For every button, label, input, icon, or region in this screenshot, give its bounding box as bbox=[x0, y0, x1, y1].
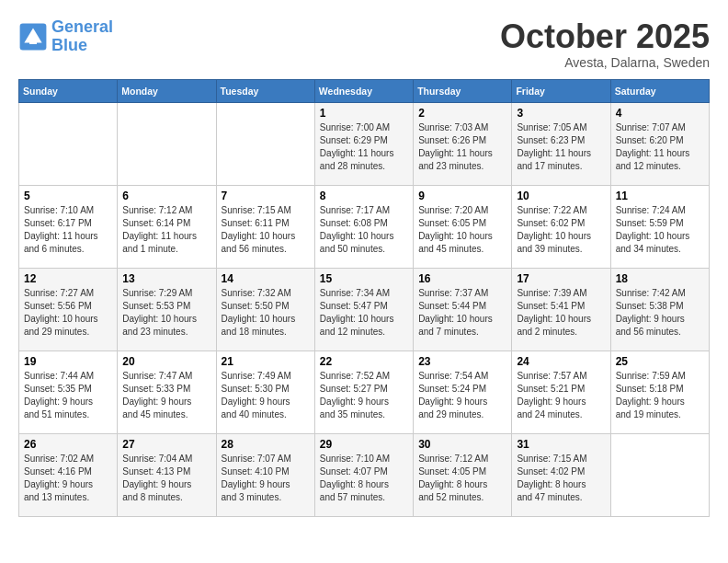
calendar-cell bbox=[19, 102, 118, 185]
header: General Blue October 2025 Avesta, Dalarn… bbox=[18, 18, 710, 70]
day-info: Sunrise: 7:32 AM Sunset: 5:50 PM Dayligh… bbox=[222, 287, 310, 339]
day-number: 28 bbox=[222, 438, 310, 451]
logo-line2: Blue bbox=[51, 36, 87, 54]
logo-text: General Blue bbox=[51, 18, 113, 55]
calendar-cell bbox=[216, 102, 314, 185]
day-number: 4 bbox=[616, 107, 704, 120]
calendar-cell: 23Sunrise: 7:54 AM Sunset: 5:24 PM Dayli… bbox=[414, 350, 512, 433]
day-number: 10 bbox=[517, 190, 605, 202]
location: Avesta, Dalarna, Sweden bbox=[500, 55, 710, 70]
day-number: 7 bbox=[222, 190, 310, 202]
day-number: 18 bbox=[616, 272, 704, 285]
logo-icon bbox=[18, 22, 48, 52]
day-info: Sunrise: 7:03 AM Sunset: 6:26 PM Dayligh… bbox=[418, 121, 506, 173]
week-row-1: 5Sunrise: 7:10 AM Sunset: 6:17 PM Daylig… bbox=[19, 185, 710, 268]
day-info: Sunrise: 7:37 AM Sunset: 5:44 PM Dayligh… bbox=[418, 287, 506, 339]
calendar-cell: 21Sunrise: 7:49 AM Sunset: 5:30 PM Dayli… bbox=[216, 350, 314, 433]
month-title: October 2025 bbox=[500, 18, 710, 55]
day-number: 14 bbox=[222, 272, 310, 285]
day-info: Sunrise: 7:52 AM Sunset: 5:27 PM Dayligh… bbox=[320, 370, 408, 421]
week-row-3: 19Sunrise: 7:44 AM Sunset: 5:35 PM Dayli… bbox=[19, 350, 710, 433]
calendar-cell: 5Sunrise: 7:10 AM Sunset: 6:17 PM Daylig… bbox=[19, 185, 118, 268]
day-number: 8 bbox=[320, 190, 408, 202]
day-number: 9 bbox=[418, 190, 506, 202]
day-header-tuesday: Tuesday bbox=[216, 79, 314, 102]
day-info: Sunrise: 7:12 AM Sunset: 6:14 PM Dayligh… bbox=[122, 204, 210, 256]
day-info: Sunrise: 7:54 AM Sunset: 5:24 PM Dayligh… bbox=[418, 370, 506, 421]
day-header-wednesday: Wednesday bbox=[314, 79, 413, 102]
day-info: Sunrise: 7:22 AM Sunset: 6:02 PM Dayligh… bbox=[517, 204, 605, 256]
day-number: 16 bbox=[418, 272, 506, 285]
calendar-cell: 30Sunrise: 7:12 AM Sunset: 4:05 PM Dayli… bbox=[414, 433, 512, 516]
calendar-cell: 18Sunrise: 7:42 AM Sunset: 5:38 PM Dayli… bbox=[610, 268, 709, 350]
calendar-cell: 6Sunrise: 7:12 AM Sunset: 6:14 PM Daylig… bbox=[118, 185, 216, 268]
calendar-cell bbox=[118, 102, 216, 185]
calendar-cell: 8Sunrise: 7:17 AM Sunset: 6:08 PM Daylig… bbox=[314, 185, 413, 268]
day-number: 6 bbox=[122, 190, 210, 202]
day-info: Sunrise: 7:20 AM Sunset: 6:05 PM Dayligh… bbox=[418, 204, 506, 256]
calendar-cell: 22Sunrise: 7:52 AM Sunset: 5:27 PM Dayli… bbox=[314, 350, 413, 433]
day-number: 27 bbox=[122, 438, 210, 451]
calendar-cell: 17Sunrise: 7:39 AM Sunset: 5:41 PM Dayli… bbox=[512, 268, 610, 350]
day-info: Sunrise: 7:04 AM Sunset: 4:13 PM Dayligh… bbox=[122, 453, 210, 504]
week-row-0: 1Sunrise: 7:00 AM Sunset: 6:29 PM Daylig… bbox=[19, 102, 710, 185]
day-number: 11 bbox=[616, 190, 704, 202]
calendar-cell: 7Sunrise: 7:15 AM Sunset: 6:11 PM Daylig… bbox=[216, 185, 314, 268]
calendar-cell: 3Sunrise: 7:05 AM Sunset: 6:23 PM Daylig… bbox=[512, 102, 610, 185]
calendar-cell: 15Sunrise: 7:34 AM Sunset: 5:47 PM Dayli… bbox=[314, 268, 413, 350]
day-info: Sunrise: 7:17 AM Sunset: 6:08 PM Dayligh… bbox=[320, 204, 408, 256]
calendar-cell: 28Sunrise: 7:07 AM Sunset: 4:10 PM Dayli… bbox=[216, 433, 314, 516]
day-info: Sunrise: 7:27 AM Sunset: 5:56 PM Dayligh… bbox=[24, 287, 112, 339]
day-info: Sunrise: 7:42 AM Sunset: 5:38 PM Dayligh… bbox=[616, 287, 704, 339]
day-number: 19 bbox=[24, 355, 112, 368]
day-number: 13 bbox=[122, 272, 210, 285]
calendar-cell: 4Sunrise: 7:07 AM Sunset: 6:20 PM Daylig… bbox=[610, 102, 709, 185]
calendar-table: SundayMondayTuesdayWednesdayThursdayFrid… bbox=[18, 79, 710, 517]
day-info: Sunrise: 7:29 AM Sunset: 5:53 PM Dayligh… bbox=[122, 287, 210, 339]
day-number: 20 bbox=[122, 355, 210, 368]
day-number: 15 bbox=[320, 272, 408, 285]
day-info: Sunrise: 7:10 AM Sunset: 6:17 PM Dayligh… bbox=[24, 204, 112, 256]
day-info: Sunrise: 7:07 AM Sunset: 4:10 PM Dayligh… bbox=[222, 453, 310, 504]
logo: General Blue bbox=[18, 18, 113, 55]
day-number: 23 bbox=[418, 355, 506, 368]
day-number: 25 bbox=[616, 355, 704, 368]
calendar-cell: 14Sunrise: 7:32 AM Sunset: 5:50 PM Dayli… bbox=[216, 268, 314, 350]
day-number: 1 bbox=[320, 107, 408, 120]
day-header-monday: Monday bbox=[118, 79, 216, 102]
day-number: 21 bbox=[222, 355, 310, 368]
day-info: Sunrise: 7:39 AM Sunset: 5:41 PM Dayligh… bbox=[517, 287, 605, 339]
week-row-4: 26Sunrise: 7:02 AM Sunset: 4:16 PM Dayli… bbox=[19, 433, 710, 516]
day-header-thursday: Thursday bbox=[414, 79, 512, 102]
header-row: SundayMondayTuesdayWednesdayThursdayFrid… bbox=[19, 79, 710, 102]
day-info: Sunrise: 7:12 AM Sunset: 4:05 PM Dayligh… bbox=[418, 453, 506, 504]
day-number: 29 bbox=[320, 438, 408, 451]
day-number: 12 bbox=[24, 272, 112, 285]
calendar-cell: 12Sunrise: 7:27 AM Sunset: 5:56 PM Dayli… bbox=[19, 268, 118, 350]
calendar-cell: 24Sunrise: 7:57 AM Sunset: 5:21 PM Dayli… bbox=[512, 350, 610, 433]
day-info: Sunrise: 7:47 AM Sunset: 5:33 PM Dayligh… bbox=[122, 370, 210, 421]
day-number: 5 bbox=[24, 190, 112, 202]
calendar-cell: 11Sunrise: 7:24 AM Sunset: 5:59 PM Dayli… bbox=[610, 185, 709, 268]
calendar-cell: 26Sunrise: 7:02 AM Sunset: 4:16 PM Dayli… bbox=[19, 433, 118, 516]
day-info: Sunrise: 7:00 AM Sunset: 6:29 PM Dayligh… bbox=[320, 121, 408, 173]
day-info: Sunrise: 7:05 AM Sunset: 6:23 PM Dayligh… bbox=[517, 121, 605, 173]
day-header-sunday: Sunday bbox=[19, 79, 118, 102]
calendar-cell: 19Sunrise: 7:44 AM Sunset: 5:35 PM Dayli… bbox=[19, 350, 118, 433]
calendar-cell: 10Sunrise: 7:22 AM Sunset: 6:02 PM Dayli… bbox=[512, 185, 610, 268]
calendar-cell: 16Sunrise: 7:37 AM Sunset: 5:44 PM Dayli… bbox=[414, 268, 512, 350]
day-header-friday: Friday bbox=[512, 79, 610, 102]
calendar-cell: 1Sunrise: 7:00 AM Sunset: 6:29 PM Daylig… bbox=[314, 102, 413, 185]
day-info: Sunrise: 7:15 AM Sunset: 4:02 PM Dayligh… bbox=[517, 453, 605, 504]
day-info: Sunrise: 7:10 AM Sunset: 4:07 PM Dayligh… bbox=[320, 453, 408, 504]
calendar-cell: 13Sunrise: 7:29 AM Sunset: 5:53 PM Dayli… bbox=[118, 268, 216, 350]
svg-rect-2 bbox=[29, 38, 37, 43]
day-info: Sunrise: 7:24 AM Sunset: 5:59 PM Dayligh… bbox=[616, 204, 704, 256]
day-info: Sunrise: 7:07 AM Sunset: 6:20 PM Dayligh… bbox=[616, 121, 704, 173]
calendar-cell: 29Sunrise: 7:10 AM Sunset: 4:07 PM Dayli… bbox=[314, 433, 413, 516]
calendar-cell: 25Sunrise: 7:59 AM Sunset: 5:18 PM Dayli… bbox=[610, 350, 709, 433]
day-info: Sunrise: 7:15 AM Sunset: 6:11 PM Dayligh… bbox=[222, 204, 310, 256]
calendar-cell bbox=[610, 433, 709, 516]
calendar-cell: 20Sunrise: 7:47 AM Sunset: 5:33 PM Dayli… bbox=[118, 350, 216, 433]
title-area: October 2025 Avesta, Dalarna, Sweden bbox=[500, 18, 710, 70]
